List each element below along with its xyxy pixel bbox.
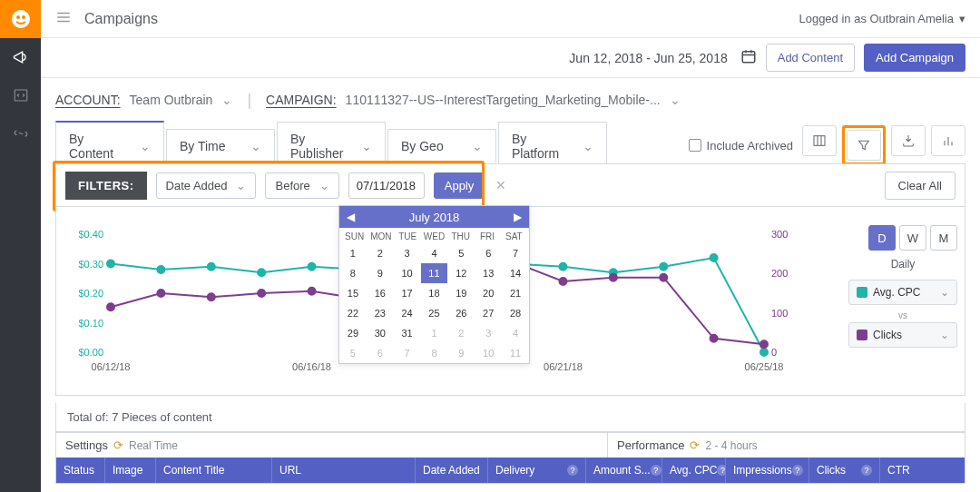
help-icon[interactable]: ? (651, 465, 662, 476)
th-impressions[interactable]: Impressions? (726, 458, 809, 483)
calendar-day[interactable]: 3 (394, 243, 421, 263)
menu-icon[interactable] (55, 9, 72, 28)
th-content-title[interactable]: Content Title (156, 458, 272, 483)
calendar-day[interactable]: 25 (421, 303, 448, 323)
calendar-day[interactable]: 13 (475, 263, 502, 283)
calendar-day[interactable]: 7 (502, 243, 529, 263)
th-url[interactable]: URL (272, 458, 416, 483)
th-delivery[interactable]: Delivery? (488, 458, 586, 483)
tab-by-platform[interactable]: By Platform⌄ (498, 122, 607, 170)
calendar-day[interactable]: 3 (475, 323, 502, 343)
calendar-day[interactable]: 12 (447, 263, 475, 283)
add-campaign-button[interactable]: Add Campaign (864, 44, 965, 72)
calendar-day[interactable]: 17 (394, 283, 421, 303)
help-icon[interactable]: ? (567, 465, 578, 476)
calendar-day[interactable]: 24 (394, 303, 421, 323)
chevron-down-icon: ⌄ (583, 139, 593, 153)
calendar-day[interactable]: 11 (502, 343, 529, 363)
calendar-day[interactable]: 11 (421, 263, 448, 283)
svg-text:$0.20: $0.20 (78, 288, 103, 299)
prev-month-icon[interactable]: ◀ (347, 211, 355, 223)
calendar-day[interactable]: 19 (447, 283, 475, 303)
sidebar-item-conversions[interactable] (0, 114, 41, 153)
tab-by-content[interactable]: By Content⌄ (55, 121, 164, 170)
calendar-day[interactable]: 14 (502, 263, 529, 283)
th-ctr[interactable]: CTR (880, 458, 965, 483)
calendar-day[interactable]: 20 (475, 283, 502, 303)
account-value[interactable]: Team Outbrain (130, 93, 213, 107)
filter-operator-select[interactable]: Before⌄ (265, 172, 338, 199)
calendar-day[interactable]: 10 (394, 263, 421, 283)
th-date-added[interactable]: Date Added (416, 458, 488, 483)
help-icon[interactable]: ? (861, 465, 872, 476)
th-status[interactable]: Status (56, 458, 105, 483)
calendar-day[interactable]: 10 (475, 343, 502, 363)
datepicker[interactable]: ◀ July 2018 ▶ SUNMONTUEWEDTHUFRISAT 1234… (338, 205, 530, 364)
chart-icon[interactable] (931, 125, 965, 156)
metric-b-select[interactable]: Clicks⌄ (848, 322, 957, 348)
calendar-day[interactable]: 5 (447, 243, 475, 263)
calendar-day[interactable]: 1 (339, 243, 367, 263)
remove-filter-icon[interactable]: ✕ (495, 178, 506, 192)
help-icon[interactable]: ? (717, 465, 726, 476)
calendar-day[interactable]: 6 (367, 343, 394, 363)
campaign-value[interactable]: 110111327--US--InterestTargeting_Marketi… (346, 93, 661, 107)
filter-value-input[interactable] (348, 172, 425, 199)
calendar-day[interactable]: 5 (339, 343, 367, 363)
th-amount-spent[interactable]: Amount S...? (586, 458, 662, 483)
calendar-day[interactable]: 7 (394, 343, 421, 363)
next-month-icon[interactable]: ▶ (514, 211, 522, 223)
calendar-day[interactable]: 31 (394, 323, 421, 343)
include-archived-checkbox[interactable]: Include Archived (689, 139, 793, 153)
add-content-button[interactable]: Add Content (766, 44, 855, 72)
calendar-icon[interactable] (740, 48, 757, 67)
help-icon[interactable]: ? (792, 465, 803, 476)
apply-button[interactable]: Apply (434, 172, 485, 199)
clear-all-button[interactable]: Clear All (885, 172, 956, 200)
calendar-day[interactable]: 30 (367, 323, 394, 343)
calendar-day[interactable]: 6 (475, 243, 502, 263)
calendar-day[interactable]: 4 (421, 243, 448, 263)
calendar-day[interactable]: 8 (421, 343, 448, 363)
sidebar-item-campaigns[interactable] (0, 38, 41, 76)
filter-icon[interactable] (847, 130, 881, 161)
columns-icon[interactable] (802, 125, 837, 156)
calendar-day[interactable]: 1 (421, 323, 448, 343)
th-clicks[interactable]: Clicks? (809, 458, 880, 483)
period-day-button[interactable]: D (868, 225, 896, 251)
calendar-day[interactable]: 28 (502, 303, 529, 323)
calendar-day[interactable]: 22 (339, 303, 367, 323)
calendar-day[interactable]: 29 (339, 323, 367, 343)
period-week-button[interactable]: W (899, 225, 926, 251)
tab-by-geo[interactable]: By Geo⌄ (387, 129, 496, 162)
calendar-day[interactable]: 26 (447, 303, 475, 323)
calendar-day[interactable]: 18 (421, 283, 448, 303)
calendar-day[interactable]: 4 (502, 323, 529, 343)
calendar-day[interactable]: 9 (367, 263, 394, 283)
brand-logo[interactable] (0, 0, 41, 38)
metric-a-select[interactable]: Avg. CPC⌄ (848, 280, 957, 305)
calendar-day[interactable]: 2 (447, 323, 475, 343)
calendar-day[interactable]: 2 (367, 243, 394, 263)
svg-point-41 (660, 263, 667, 271)
calendar-day[interactable]: 27 (475, 303, 502, 323)
th-image[interactable]: Image (105, 458, 156, 483)
tab-by-publisher[interactable]: By Publisher⌄ (277, 122, 386, 170)
chart-controls: D W M Daily Avg. CPC⌄ vs Clicks⌄ (848, 225, 957, 353)
calendar-day[interactable]: 15 (339, 283, 367, 303)
chevron-down-icon[interactable]: ⌄ (221, 93, 232, 107)
calendar-day[interactable]: 23 (367, 303, 394, 323)
chevron-down-icon[interactable]: ⌄ (670, 93, 681, 107)
sidebar-item-code[interactable] (0, 76, 41, 114)
tab-by-time[interactable]: By Time⌄ (166, 129, 275, 162)
tabs-row: By Content⌄ By Time⌄ By Publisher⌄ By Ge… (55, 127, 965, 163)
calendar-day[interactable]: 9 (447, 343, 475, 363)
user-menu[interactable]: Logged in as Outbrain Amelia ▾ (799, 12, 965, 25)
export-icon[interactable] (891, 125, 926, 156)
filter-field-select[interactable]: Date Added⌄ (156, 172, 257, 199)
calendar-day[interactable]: 16 (367, 283, 394, 303)
period-month-button[interactable]: M (930, 225, 957, 251)
calendar-day[interactable]: 21 (502, 283, 529, 303)
calendar-day[interactable]: 8 (339, 263, 367, 283)
th-avg-cpc[interactable]: Avg. CPC? (662, 458, 726, 483)
